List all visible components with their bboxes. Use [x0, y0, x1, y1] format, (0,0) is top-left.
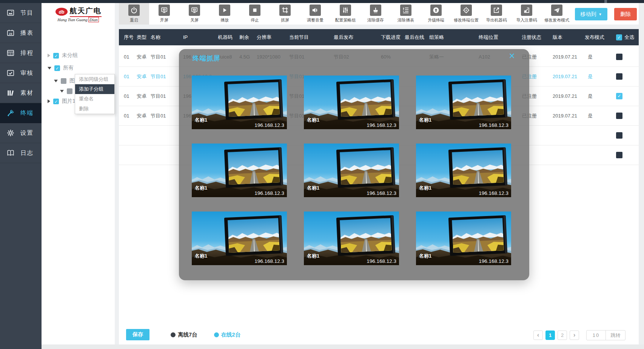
sidebar-item-label: 排程: [20, 49, 34, 57]
toolbar-button-play[interactable]: 播放: [210, 3, 240, 25]
tree-item-label: 未分组: [62, 52, 78, 59]
sidebar-item-program[interactable]: 节目: [0, 3, 42, 23]
page-size-input[interactable]: 10: [587, 330, 605, 340]
cell-name: 节目01: [149, 113, 182, 119]
context-menu-item[interactable]: 添加同级分组: [75, 74, 114, 84]
import-code-icon: [521, 5, 532, 16]
column-header: 最后发布: [332, 29, 379, 45]
clear-cache-icon: [370, 5, 381, 16]
sidebar-item-playlist[interactable]: 播表: [0, 23, 42, 43]
screen-capture-thumbnail[interactable]: 名称1 196.168.12.3: [192, 144, 287, 197]
screen-capture-thumbnail[interactable]: 名称1 196.168.12.3: [304, 212, 399, 265]
tree-expand-icon[interactable]: [54, 80, 58, 82]
context-menu-item[interactable]: 重命名: [75, 94, 114, 104]
sidebar-item-log[interactable]: 日志: [0, 143, 42, 163]
cell-ver: 2019.07.21: [550, 113, 583, 119]
close-icon[interactable]: ×: [509, 51, 515, 61]
tree-expand-icon[interactable]: [48, 99, 50, 103]
cell-type: 安卓: [135, 54, 149, 60]
prev-page-button[interactable]: ‹: [533, 330, 543, 340]
row-checkbox-cell: [615, 113, 639, 119]
column-header: 名称: [149, 29, 182, 45]
sidebar-item-settings[interactable]: 设置: [0, 123, 42, 143]
online-dot-icon: [214, 332, 219, 337]
toolbar-button-volume[interactable]: 调整音量: [300, 3, 330, 25]
row-checkbox[interactable]: [616, 152, 622, 158]
volume-icon: [310, 5, 321, 16]
row-checkbox[interactable]: [616, 93, 622, 99]
toolbar-gap: [119, 25, 639, 29]
tree-checkbox[interactable]: [54, 65, 60, 71]
svg-text:db: db: [59, 9, 64, 14]
tree-checkbox[interactable]: [67, 88, 72, 94]
row-checkbox[interactable]: [616, 54, 622, 60]
context-menu-item[interactable]: 添加子分组: [75, 84, 114, 94]
tree-checkbox[interactable]: [53, 53, 59, 59]
cell-seq: 01: [122, 113, 135, 119]
screen-capture-thumbnail[interactable]: 名称1 196.168.12.3: [192, 76, 287, 129]
tree-item-0[interactable]: 未分组: [48, 51, 78, 60]
tree-item-label: 所有: [63, 65, 74, 71]
tree-expand-icon[interactable]: [48, 54, 50, 57]
toolbar-button-upgrade[interactable]: 升级终端: [421, 3, 451, 25]
sidebar-item-material[interactable]: 素材: [0, 83, 42, 103]
sidebar-item-review[interactable]: 审核: [0, 63, 42, 83]
toolbar-button-policy[interactable]: 配置策略组: [330, 3, 361, 25]
row-checkbox[interactable]: [616, 113, 622, 119]
next-page-button[interactable]: ›: [570, 330, 579, 340]
column-header: IP: [182, 29, 216, 45]
toolbar-button-import-code[interactable]: 导入注册码: [512, 3, 542, 25]
screen-capture-thumbnail[interactable]: 名称1 196.168.12.3: [192, 212, 287, 265]
group-tree-panel: db 航天广电 Hang Tian GuangDian 未分组 所有 图片1 图…: [42, 3, 115, 344]
cell-type: 安卓: [135, 73, 149, 80]
save-button[interactable]: 保存: [126, 329, 149, 340]
brand-logo: db 航天广电 Hang Tian GuangDian: [42, 3, 115, 26]
toolbar-button-screen-off[interactable]: 关屏: [179, 3, 210, 25]
screen-capture-thumbnail[interactable]: 名称1 196.168.12.3: [416, 76, 511, 129]
toolbar-button-label: 播放: [220, 17, 229, 23]
jump-button[interactable]: 跳转: [605, 330, 625, 340]
page-number-button[interactable]: 2: [558, 330, 567, 340]
toolbar-button-label: 配置策略组: [335, 17, 356, 23]
tree-item-4[interactable]: 图片1: [48, 97, 75, 105]
column-header: 发布模式: [583, 29, 615, 45]
tree-expand-icon[interactable]: [60, 90, 64, 93]
top-window-strip: [0, 0, 644, 3]
tree-checkbox[interactable]: [53, 99, 59, 104]
toolbar-button-location[interactable]: 修改终端位置: [451, 3, 481, 25]
row-checkbox[interactable]: [616, 132, 622, 139]
pagination: ‹ 12 › 10 跳转: [533, 330, 626, 340]
select-all-checkbox[interactable]: [616, 34, 622, 40]
toolbar-button-capture[interactable]: 抓屏: [270, 3, 300, 25]
toolbar-button-clear-cache[interactable]: 清除缓存: [361, 3, 391, 25]
toolbar-button-clear-playlist[interactable]: 清除播表: [391, 3, 421, 25]
toolbar-button-publish-mode[interactable]: 修改发布模式: [542, 3, 572, 25]
context-menu-item[interactable]: 删除: [75, 104, 114, 114]
screen-capture-thumbnail[interactable]: 名称1 196.168.12.3: [416, 144, 511, 197]
toolbar-button-screen-on[interactable]: 开屏: [149, 3, 179, 25]
toolbar-button-stop[interactable]: 停止: [240, 3, 270, 25]
screen-capture-thumbnail[interactable]: 名称1 196.168.12.3: [304, 76, 399, 129]
upgrade-icon: [430, 5, 442, 16]
sidebar-item-schedule[interactable]: 排程: [0, 43, 42, 63]
row-checkbox-cell: [615, 73, 639, 80]
screen-capture-thumbnail[interactable]: 名称1 196.168.12.3: [416, 212, 511, 265]
online-count: 在线2台: [221, 331, 241, 338]
cell-seq: 01: [122, 74, 135, 79]
row-checkbox[interactable]: [616, 73, 622, 80]
tree-item-1[interactable]: 所有: [48, 64, 74, 72]
move-to-button[interactable]: 移动到▼: [575, 8, 607, 20]
screen-capture-thumbnail[interactable]: 名称1 196.168.12.3: [304, 144, 399, 197]
sidebar-item-terminal[interactable]: 终端: [0, 103, 42, 123]
tree-expand-icon[interactable]: [48, 67, 51, 69]
toolbar-button-label: 关屏: [190, 17, 199, 23]
tree-checkbox[interactable]: [61, 78, 66, 84]
toolbar-button-export-code[interactable]: 导出机器码: [481, 3, 512, 25]
terminal-ip-label: 196.168.12.3: [367, 122, 396, 128]
cell-name: 节目01: [149, 73, 182, 80]
cell-pub: 是: [583, 73, 615, 80]
page-number-button[interactable]: 1: [545, 330, 555, 340]
delete-button[interactable]: 删除: [614, 8, 637, 20]
screen-capture-grid: 名称1 196.168.12.3 名称1 196.168.12.3 名称1 19…: [192, 76, 511, 265]
toolbar-button-restart[interactable]: 重启: [119, 3, 149, 25]
